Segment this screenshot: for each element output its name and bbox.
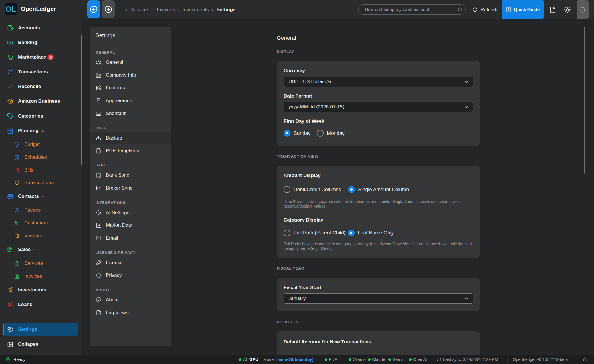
svg-text:OL: OL — [6, 5, 16, 13]
